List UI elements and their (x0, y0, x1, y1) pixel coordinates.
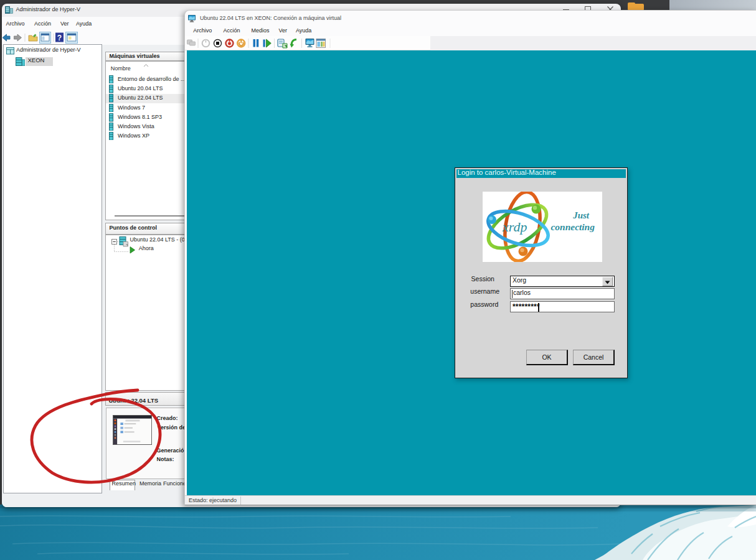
svg-text:xrdp: xrdp (502, 219, 527, 235)
svg-text:Just: Just (572, 210, 590, 220)
svg-text:connecting: connecting (550, 222, 595, 232)
svg-text:?: ? (57, 34, 62, 42)
